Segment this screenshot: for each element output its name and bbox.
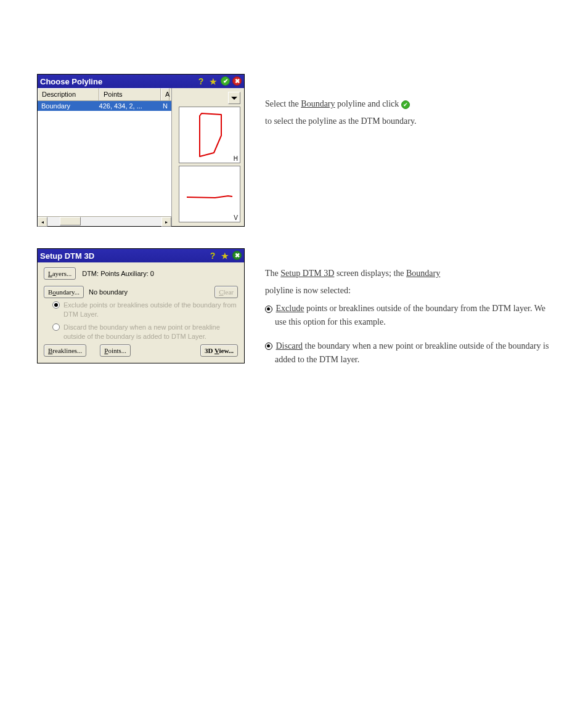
- s2-bound: Boundary: [406, 269, 440, 278]
- boundary-button[interactable]: Boundary...: [44, 286, 84, 298]
- polyline-list[interactable]: Boundary 426, 434, 2, ... N: [38, 101, 171, 216]
- clear-button: Clear: [214, 286, 238, 298]
- s2c: screen displays; the: [334, 269, 406, 278]
- star-icon[interactable]: ★: [208, 76, 218, 86]
- scroll-left-button[interactable]: ◂: [38, 217, 47, 227]
- cell-a: N: [163, 101, 171, 111]
- choose-polyline-window: Choose Polyline ? ★ ✔ ✖ Description Poin…: [37, 74, 245, 227]
- table-row[interactable]: Boundary 426, 434, 2, ... N: [38, 101, 171, 111]
- setup-dtm-window: Setup DTM 3D ? ★ ✖ Layers... DTM: Points…: [37, 248, 245, 363]
- choose-polyline-titlebar: Choose Polyline ? ★ ✔ ✖: [38, 75, 244, 88]
- s2-opt1b: points or breaklines outside of the boun…: [275, 304, 545, 327]
- radio-discard-label: Discard the boundary when a new point or…: [63, 323, 238, 341]
- boundary-shape-v-icon: [179, 166, 241, 223]
- layers-button[interactable]: Layers...: [44, 267, 76, 280]
- radio-discard-row[interactable]: Discard the boundary when a new point or…: [44, 323, 238, 341]
- col-points[interactable]: Points: [99, 88, 161, 100]
- side1-c: polyline and click: [335, 99, 401, 108]
- choose-polyline-title: Choose Polyline: [40, 77, 196, 86]
- dropdown-button[interactable]: [228, 92, 240, 104]
- setup-dtm-title: Setup DTM 3D: [40, 251, 208, 261]
- close-icon[interactable]: ✖: [232, 251, 242, 260]
- bullet-radio-icon: [265, 343, 272, 350]
- cell-description: Boundary: [38, 101, 99, 111]
- s2a: The: [265, 269, 280, 278]
- side-text-2: The Setup DTM 3D screen displays; the Bo…: [265, 248, 551, 370]
- preview-horizontal: H: [179, 107, 240, 163]
- ok-inline-icon: ✔: [401, 100, 410, 109]
- s2-opt2a: Discard: [276, 341, 303, 351]
- radio-exclude[interactable]: [52, 301, 60, 309]
- chevron-down-icon: [231, 97, 237, 103]
- s2-setup: Setup DTM 3D: [280, 269, 334, 278]
- s2e: polyline is now selected:: [265, 286, 351, 295]
- dtm-label: DTM: Points Auxiliary: 0: [82, 270, 154, 277]
- col-description[interactable]: Description: [38, 88, 99, 100]
- side1-a: Select the: [265, 99, 301, 108]
- preview-v-label: V: [234, 214, 238, 221]
- star-icon[interactable]: ★: [220, 251, 230, 261]
- boundary-shape-h-icon: [179, 107, 241, 164]
- cell-points: 426, 434, 2, ...: [99, 101, 163, 111]
- setup-dtm-titlebar: Setup DTM 3D ? ★ ✖: [38, 249, 244, 262]
- boundary-label: No boundary: [89, 288, 128, 296]
- side-text-1: Select the Boundary polyline and click ✔…: [265, 74, 551, 132]
- scroll-right-button[interactable]: ▸: [161, 217, 171, 227]
- radio-exclude-label: Exclude points or breaklines outside of …: [63, 301, 238, 319]
- preview-vertical: V: [179, 166, 240, 222]
- help-icon[interactable]: ?: [196, 76, 206, 86]
- preview-h-label: H: [234, 155, 238, 162]
- radio-discard[interactable]: [52, 323, 60, 331]
- breaklines-button[interactable]: Breaklines...: [44, 344, 86, 357]
- side1-d: to select the polyline as the DTM bounda…: [265, 116, 417, 126]
- s2-opt2b: the boundary when a new point or breakli…: [275, 341, 549, 364]
- radio-exclude-row[interactable]: Exclude points or breaklines outside of …: [44, 301, 238, 319]
- side1-boundary: Boundary: [301, 99, 335, 108]
- ok-icon[interactable]: ✔: [221, 76, 230, 86]
- scroll-track[interactable]: [47, 217, 161, 226]
- s2-opt1a: Exclude: [276, 304, 304, 313]
- cancel-icon[interactable]: ✖: [232, 76, 242, 86]
- col-a[interactable]: A: [161, 88, 169, 100]
- scroll-thumb[interactable]: [60, 217, 81, 225]
- horizontal-scrollbar[interactable]: ◂ ▸: [38, 216, 171, 226]
- 3d-view-button[interactable]: 3D View...: [200, 344, 238, 357]
- polyline-table-headers: Description Points A: [38, 88, 171, 101]
- help-icon[interactable]: ?: [208, 251, 218, 261]
- points-button[interactable]: Points...: [100, 344, 131, 357]
- bullet-radio-icon: [265, 306, 272, 313]
